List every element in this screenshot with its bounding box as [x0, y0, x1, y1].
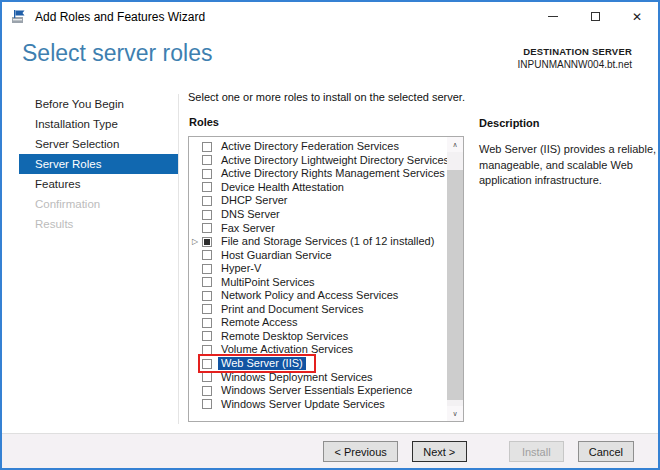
role-row-device-health-attestation[interactable]: Device Health Attestation [189, 181, 446, 195]
previous-button[interactable]: < Previous [323, 441, 397, 462]
role-label: Active Directory Lightweight Directory S… [218, 154, 452, 167]
minimize-button[interactable] [532, 2, 574, 31]
role-label: Device Health Attestation [218, 181, 347, 194]
vertical-separator [178, 94, 179, 424]
roles-listbox: Active Directory Federation ServicesActi… [188, 136, 464, 422]
role-row-volume-activation-services[interactable]: Volume Activation Services [189, 343, 446, 357]
role-label: Remote Access [218, 316, 300, 329]
role-checkbox[interactable] [202, 155, 212, 165]
maximize-icon [591, 12, 600, 21]
scroll-down-icon[interactable]: ∨ [447, 406, 463, 421]
role-checkbox[interactable] [202, 359, 212, 369]
role-row-windows-server-essentials-experience[interactable]: Windows Server Essentials Experience [189, 384, 446, 398]
role-label: MultiPoint Services [218, 276, 318, 289]
instruction-text: Select one or more roles to install on t… [188, 91, 465, 103]
role-label: Windows Server Essentials Experience [218, 384, 415, 397]
role-row-host-guardian-service[interactable]: Host Guardian Service [189, 248, 446, 262]
sidebar-item-installation-type[interactable]: Installation Type [4, 114, 178, 134]
button-group-spacer [481, 441, 495, 462]
role-row-windows-server-update-services[interactable]: Windows Server Update Services [189, 397, 446, 411]
close-icon: ✕ [632, 11, 642, 23]
sidebar-item-server-selection[interactable]: Server Selection [4, 134, 178, 154]
role-checkbox[interactable] [202, 318, 212, 328]
window-controls: ✕ [532, 2, 658, 31]
roles-rows: Active Directory Federation ServicesActi… [189, 140, 446, 411]
sidebar-item-results: Results [4, 214, 178, 234]
role-label: Network Policy and Access Services [218, 289, 401, 302]
roles-scrollbar[interactable]: ∧ ∨ [447, 137, 463, 421]
role-row-active-directory-federation-services[interactable]: Active Directory Federation Services [189, 140, 446, 154]
role-label: DHCP Server [218, 194, 290, 207]
footer-bar: < PreviousNext >InstallCancel [2, 433, 658, 468]
role-checkbox[interactable] [202, 291, 212, 301]
wizard-nav: Before You BeginInstallation TypeServer … [4, 94, 178, 234]
role-row-print-and-document-services[interactable]: Print and Document Services [189, 303, 446, 317]
destination-server-block: DESTINATION SERVER INPUNMANNW004.bt.net [518, 46, 632, 70]
destination-server-name: INPUNMANNW004.bt.net [518, 59, 632, 70]
destination-server-label: DESTINATION SERVER [518, 46, 632, 57]
cancel-button[interactable]: Cancel [578, 441, 634, 462]
role-label: Windows Server Update Services [218, 398, 388, 411]
role-checkbox[interactable] [202, 196, 212, 206]
role-row-remote-desktop-services[interactable]: Remote Desktop Services [189, 330, 446, 344]
role-label: DNS Server [218, 208, 283, 221]
description-panel: Description Web Server (IIS) provides a … [479, 117, 659, 189]
sidebar-item-confirmation: Confirmation [4, 194, 178, 214]
scrollbar-thumb[interactable] [447, 170, 463, 400]
sidebar-item-features[interactable]: Features [4, 174, 178, 194]
role-checkbox[interactable] [202, 237, 212, 247]
role-checkbox[interactable] [202, 304, 212, 314]
role-row-fax-server[interactable]: Fax Server [189, 221, 446, 235]
role-label: Host Guardian Service [218, 249, 335, 262]
description-title: Description [479, 117, 659, 129]
role-checkbox[interactable] [202, 210, 212, 220]
title-bar: Add Roles and Features Wizard ✕ [2, 2, 658, 31]
scroll-up-icon[interactable]: ∧ [447, 137, 463, 152]
role-label: Windows Deployment Services [218, 371, 376, 384]
role-checkbox[interactable] [202, 386, 212, 396]
next-button[interactable]: Next > [412, 441, 467, 462]
role-row-file-and-storage-services-1-of-12-installed[interactable]: ▷File and Storage Services (1 of 12 inst… [189, 235, 446, 249]
sidebar-item-before-you-begin[interactable]: Before You Begin [4, 94, 178, 114]
role-label: Web Server (IIS) [218, 357, 306, 370]
role-row-active-directory-rights-management-services[interactable]: Active Directory Rights Management Servi… [189, 167, 446, 181]
role-checkbox[interactable] [202, 169, 212, 179]
role-row-windows-deployment-services[interactable]: Windows Deployment Services [189, 370, 446, 384]
footer-buttons: < PreviousNext >InstallCancel [323, 441, 634, 462]
role-label: Fax Server [218, 222, 278, 235]
role-checkbox[interactable] [202, 345, 212, 355]
sidebar-item-server-roles[interactable]: Server Roles [19, 154, 178, 174]
roles-list-label: Roles [189, 116, 219, 128]
page-title: Select server roles [22, 40, 212, 67]
role-label: Volume Activation Services [218, 343, 356, 356]
role-row-dns-server[interactable]: DNS Server [189, 208, 446, 222]
role-checkbox[interactable] [202, 182, 212, 192]
role-checkbox[interactable] [202, 223, 212, 233]
wizard-window: Add Roles and Features Wizard ✕ Select s… [0, 0, 660, 470]
role-checkbox[interactable] [202, 250, 212, 260]
role-label: Active Directory Federation Services [218, 140, 402, 153]
role-checkbox[interactable] [202, 331, 212, 341]
close-button[interactable]: ✕ [616, 2, 658, 31]
role-checkbox[interactable] [202, 142, 212, 152]
role-row-web-server-iis[interactable]: Web Server (IIS) [189, 357, 446, 371]
role-row-dhcp-server[interactable]: DHCP Server [189, 194, 446, 208]
server-manager-icon [11, 9, 27, 25]
role-label: File and Storage Services (1 of 12 insta… [218, 235, 437, 248]
role-label: Remote Desktop Services [218, 330, 351, 343]
role-checkbox[interactable] [202, 399, 212, 409]
maximize-button[interactable] [574, 2, 616, 31]
role-checkbox[interactable] [202, 264, 212, 274]
expand-icon[interactable]: ▷ [189, 238, 202, 246]
role-row-hyper-v[interactable]: Hyper-V [189, 262, 446, 276]
install-button: Install [509, 441, 564, 462]
role-label: Print and Document Services [218, 303, 366, 316]
role-row-multipoint-services[interactable]: MultiPoint Services [189, 275, 446, 289]
role-row-network-policy-and-access-services[interactable]: Network Policy and Access Services [189, 289, 446, 303]
role-checkbox[interactable] [202, 372, 212, 382]
description-text: Web Server (IIS) provides a reliable, ma… [479, 142, 659, 189]
role-row-remote-access[interactable]: Remote Access [189, 316, 446, 330]
role-row-active-directory-lightweight-directory-services[interactable]: Active Directory Lightweight Directory S… [189, 154, 446, 168]
role-checkbox[interactable] [202, 277, 212, 287]
window-title: Add Roles and Features Wizard [35, 10, 205, 24]
